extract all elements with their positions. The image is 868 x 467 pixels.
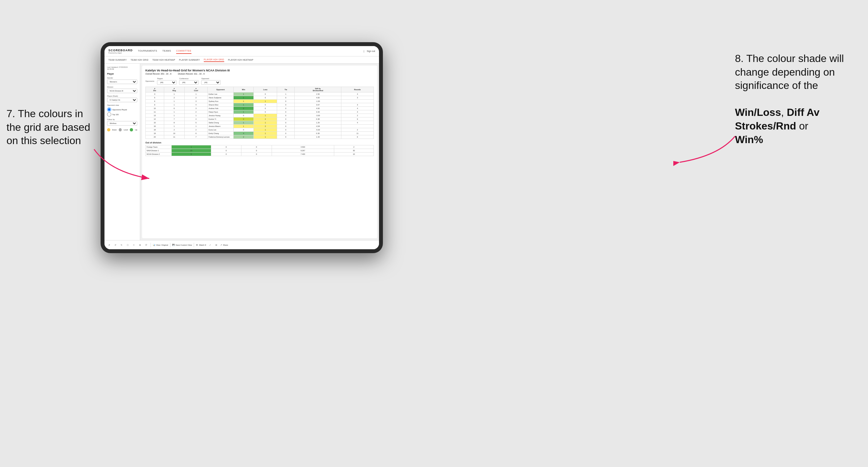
cell-win: 1	[234, 96, 254, 100]
ood-cell-loss: 0	[211, 149, 241, 153]
region-label: Region	[157, 77, 177, 80]
subnav-player-h2h-grid[interactable]: PLAYER H2H GRID	[204, 58, 224, 62]
sidebar-colour-by-select[interactable]: Win/loss	[107, 121, 137, 126]
toolbar-share[interactable]: ↗ Share	[220, 244, 228, 246]
nav-tournaments[interactable]: TOURNAMENTS	[138, 49, 157, 54]
ood-cell-win: 15	[172, 149, 211, 153]
toolbar-redo[interactable]: ↻	[119, 243, 124, 247]
cell-diff: 4.00	[294, 96, 341, 100]
cell-conf: 4	[184, 103, 207, 107]
nav-items: TOURNAMENTS TEAMS COMMITTEE	[138, 49, 364, 54]
cell-div: 11	[146, 110, 164, 114]
table-row: 13 1 1 Jessica Huang 0 1 0 -3.00 2	[146, 114, 374, 118]
ood-cell-loss: 0	[211, 153, 241, 156]
table-row: 16 1 1 Jessica Mason 1 2 0 -0.94	[146, 125, 374, 128]
toolbar-undo2[interactable]: ↺	[113, 243, 118, 247]
toolbar-grid[interactable]: ⊞	[214, 243, 218, 247]
cell-tie: 0	[277, 118, 294, 121]
cell-diff: 1.50	[294, 93, 341, 96]
table-row: 5 2 2 Alexis Sudjianto 1 0 0 4.00 3	[146, 96, 374, 100]
subnav-player-h2h-heatmap[interactable]: PLAYER H2H HEATMAP	[228, 58, 253, 62]
ood-cell-opponent: NAIA Division 1	[146, 149, 172, 153]
toolbar-divider3	[194, 243, 194, 247]
cell-loss: 1	[254, 135, 277, 139]
toolbar-clock[interactable]: ⏱	[144, 243, 149, 247]
cell-rounds: 4	[341, 93, 373, 96]
subnav-player-summary[interactable]: PLAYER SUMMARY	[179, 58, 200, 62]
cell-reg: 1	[164, 114, 184, 118]
sidebar-radio-top100[interactable]: Top 100	[107, 112, 137, 117]
cell-opponent: Emily Chang	[208, 132, 234, 135]
cell-loss: 0	[254, 103, 277, 107]
toolbar-cut[interactable]: ✂	[132, 243, 136, 247]
toolbar-save-custom[interactable]: 💾 Save Custom View	[172, 244, 192, 246]
sidebar-player-title: Player	[107, 73, 137, 75]
cell-reg: 2	[164, 96, 184, 100]
th-win: Win	[234, 87, 254, 93]
cell-div: 16	[146, 125, 164, 128]
cell-win: 2	[234, 135, 254, 139]
cell-loss: 1	[254, 100, 277, 103]
toolbar-back[interactable]: ⬡	[126, 243, 130, 247]
toolbar-watch[interactable]: 👁 Watch ▾	[196, 244, 206, 246]
toolbar-view-original[interactable]: 📊 View: Original	[153, 244, 168, 246]
cell-div: 10	[146, 107, 164, 110]
sub-nav: TEAM SUMMARY TEAM H2H GRID TEAM H2H HEAT…	[104, 57, 379, 64]
cell-tie: 0	[277, 114, 294, 118]
th-conf: #Conf	[184, 87, 207, 93]
ood-cell-opponent: NCAA Division 2	[146, 153, 172, 156]
cell-reg: 1	[164, 100, 184, 103]
subnav-team-summary[interactable]: TEAM SUMMARY	[108, 58, 127, 62]
ood-cell-tie: 0	[241, 145, 272, 149]
ood-cell-rounds: 10	[334, 153, 374, 156]
cell-tie: 0	[277, 96, 294, 100]
toolbar-paste[interactable]: ⊞	[138, 243, 142, 247]
subnav-team-h2h-heatmap[interactable]: TEAM H2H HEATMAP	[152, 58, 175, 62]
cell-rounds: 2	[341, 114, 373, 118]
sidebar-player-rank-select[interactable]: 8. Katelyn Vo	[107, 98, 137, 102]
cell-reg: 6	[164, 107, 184, 110]
cell-diff: 3.33	[294, 110, 341, 114]
ood-cell-opponent: Foreign Team	[146, 145, 172, 149]
cell-tie: 1	[277, 93, 294, 96]
toolbar-expand[interactable]: ⤢	[208, 243, 212, 247]
th-opponent: Opponent	[208, 87, 234, 93]
cell-conf: 5	[184, 121, 207, 125]
nav-committee[interactable]: COMMITTEE	[176, 49, 191, 54]
cell-win: 0	[234, 114, 254, 118]
cell-diff: 1.25	[294, 121, 341, 125]
cell-diff: 3.67	[294, 103, 341, 107]
legend-down-label: Down	[112, 129, 117, 131]
toolbar-undo[interactable]: ↺	[107, 243, 111, 247]
sidebar-division-select[interactable]: NCAA Division III	[107, 89, 137, 93]
cell-tie: 0	[277, 110, 294, 114]
cell-rounds	[341, 125, 373, 128]
sidebar-colour-by-label: Colour by	[107, 119, 137, 120]
out-of-division-table: Foreign Team 1 0 0 4.500 2 NAIA Division…	[145, 145, 374, 156]
cell-opponent: Sydney Kuo	[208, 100, 234, 103]
opponent-label: Opponent	[201, 77, 221, 80]
cell-diff: 4.00	[294, 107, 341, 110]
cell-conf: 3	[184, 100, 207, 103]
overall-record: Overall Record: 353 - 34 - 6	[145, 73, 171, 75]
opponent-select[interactable]: (All)	[201, 80, 221, 85]
sidebar-division-label: Division	[107, 86, 137, 88]
cell-loss: 1	[254, 128, 277, 132]
nav-teams[interactable]: TEAMS	[162, 49, 171, 54]
cell-opponent: Alexis Sudjianto	[208, 96, 234, 100]
report-title: Katelyn Vo Head-to-Head Grid for Women's…	[145, 69, 374, 72]
conference-select[interactable]: (All)	[179, 80, 198, 85]
sidebar-gender-select[interactable]: Women's	[107, 80, 137, 84]
cell-win: 1	[234, 121, 254, 125]
subnav-team-h2h-grid[interactable]: TEAM H2H GRID	[131, 58, 149, 62]
ood-cell-diff: 9.267	[272, 149, 334, 153]
cell-rounds: 3	[341, 103, 373, 107]
sign-out-link[interactable]: Sign out	[367, 50, 375, 52]
cell-win: 1	[234, 93, 254, 96]
region-select[interactable]: (All)	[157, 80, 177, 85]
cell-div: 15	[146, 121, 164, 125]
cell-diff: 1.33	[294, 135, 341, 139]
logo-sub: Powered by clippd	[108, 52, 133, 54]
sidebar-radio-opponents[interactable]: Opponents Played	[107, 107, 137, 112]
sidebar-gender-label: Gender	[107, 77, 137, 79]
